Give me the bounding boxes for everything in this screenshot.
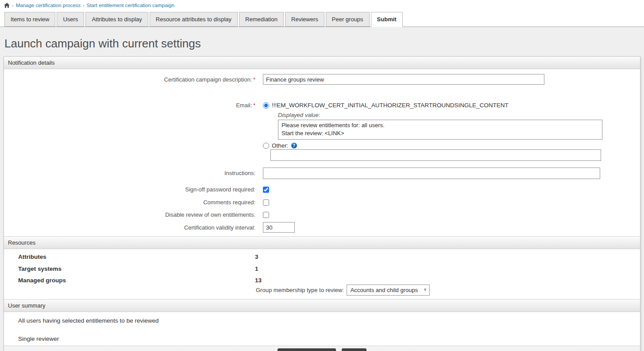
help-icon[interactable]: ? bbox=[291, 143, 297, 148]
description-row: Certification campaign description:* bbox=[4, 74, 640, 85]
resource-label: Attributes bbox=[18, 254, 255, 260]
reviewer-summary-line: Single reviewer bbox=[4, 335, 640, 342]
resource-row-managed-groups: Managed groups 13 bbox=[4, 277, 640, 284]
required-marker: * bbox=[253, 77, 255, 83]
breadcrumb: › Manage certification process › Start e… bbox=[0, 0, 644, 9]
group-membership-row: Group membership type to review: Account… bbox=[256, 285, 640, 296]
validity-label: Certification validity interval: bbox=[4, 222, 255, 231]
tab-resource-attributes-to-display[interactable]: Resource attributes to display bbox=[150, 12, 238, 27]
home-icon[interactable] bbox=[4, 3, 10, 8]
tab-attributes-to-display[interactable]: Attributes to display bbox=[85, 12, 148, 27]
disable-own-entitlements-checkbox[interactable] bbox=[263, 212, 269, 218]
tab-submit[interactable]: Submit bbox=[371, 12, 403, 27]
campaign-description-input[interactable] bbox=[263, 74, 544, 85]
resource-label: Target systems bbox=[18, 265, 255, 272]
tab-peer-groups[interactable]: Peer groups bbox=[326, 12, 370, 27]
email-template-radio[interactable] bbox=[263, 102, 269, 109]
launch-campaign-button[interactable]: Launch campaign bbox=[278, 348, 336, 351]
page-title: Launch campaign with current settings bbox=[4, 37, 640, 51]
breadcrumb-link-start-campaign[interactable]: Start entitlement certification campaign bbox=[87, 3, 174, 8]
comments-required-checkbox[interactable] bbox=[263, 199, 269, 206]
group-membership-label: Group membership type to review: bbox=[256, 287, 344, 293]
validity-row: Certification validity interval: bbox=[4, 222, 640, 233]
section-header-user-summary: User summary bbox=[4, 299, 640, 312]
resource-label: Managed groups bbox=[18, 277, 255, 284]
email-preview-textarea[interactable]: Please review entitlements for: all user… bbox=[278, 120, 602, 140]
signoff-password-checkbox[interactable] bbox=[263, 187, 269, 193]
footer-action-bar: Launch campaign Save bbox=[4, 346, 640, 351]
description-label: Certification campaign description:* bbox=[4, 74, 255, 83]
top-bar: › Manage certification process › Start e… bbox=[0, 0, 644, 27]
resource-row-target-systems: Target systems 1 bbox=[4, 265, 640, 272]
comments-label: Comments required: bbox=[4, 199, 255, 206]
breadcrumb-separator: › bbox=[12, 3, 14, 8]
campaign-settings-panel: Notification details Certification campa… bbox=[4, 56, 640, 351]
tab-reviewers[interactable]: Reviewers bbox=[285, 12, 324, 27]
tab-users[interactable]: Users bbox=[57, 12, 84, 27]
validity-interval-input[interactable] bbox=[263, 222, 295, 233]
resource-row-attributes: Attributes 3 bbox=[4, 254, 640, 260]
instructions-input[interactable] bbox=[263, 168, 600, 179]
title-area: Launch campaign with current settings bbox=[0, 27, 644, 56]
email-label: Email:* bbox=[4, 100, 255, 109]
signoff-label: Sign-off password required: bbox=[4, 186, 255, 193]
section-header-notification-details: Notification details bbox=[4, 57, 640, 69]
chevron-down-icon: ▾ bbox=[424, 287, 427, 292]
resource-value: 1 bbox=[255, 265, 258, 272]
section-header-resources: Resources bbox=[4, 236, 640, 249]
resources-section: Attributes 3 Target systems 1 Managed gr… bbox=[4, 249, 640, 299]
email-other-label: Other: bbox=[272, 142, 289, 149]
tab-remediation[interactable]: Remediation bbox=[239, 12, 284, 27]
required-marker: * bbox=[253, 102, 255, 109]
email-row: Email:* !!!EM_WORKFLOW_CERT_INITIAL_AUTH… bbox=[4, 100, 640, 161]
email-other-input[interactable] bbox=[270, 149, 601, 161]
user-summary-section: All users having selected entitlements t… bbox=[4, 312, 640, 346]
email-other-radio[interactable] bbox=[263, 143, 269, 149]
notification-details-section: Certification campaign description:* Ema… bbox=[4, 74, 640, 236]
disable-review-label: Disable review of own entitlements: bbox=[4, 211, 255, 218]
save-button[interactable]: Save bbox=[342, 348, 367, 351]
disable-review-row: Disable review of own entitlements: bbox=[4, 211, 640, 218]
displayed-value-label: Displayed value: bbox=[278, 112, 602, 118]
group-membership-select[interactable]: Accounts and child groups ▾ bbox=[347, 285, 430, 296]
resource-value: 3 bbox=[255, 254, 258, 260]
email-template-label: !!!EM_WORKFLOW_CERT_INITIAL_AUTHORIZER_S… bbox=[272, 102, 509, 109]
tab-items-to-review[interactable]: Items to review bbox=[4, 12, 55, 27]
resource-value: 13 bbox=[255, 277, 262, 284]
signoff-row: Sign-off password required: bbox=[4, 186, 640, 193]
breadcrumb-separator: › bbox=[83, 3, 85, 8]
tab-bar: Items to review Users Attributes to disp… bbox=[0, 9, 644, 27]
user-summary-line: All users having selected entitlements t… bbox=[4, 317, 640, 324]
instructions-label: Instructions: bbox=[4, 168, 255, 176]
comments-row: Comments required: bbox=[4, 199, 640, 206]
instructions-row: Instructions: bbox=[4, 168, 640, 179]
breadcrumb-link-manage-certification[interactable]: Manage certification process bbox=[16, 3, 81, 8]
group-membership-selected-value: Accounts and child groups bbox=[351, 287, 418, 293]
